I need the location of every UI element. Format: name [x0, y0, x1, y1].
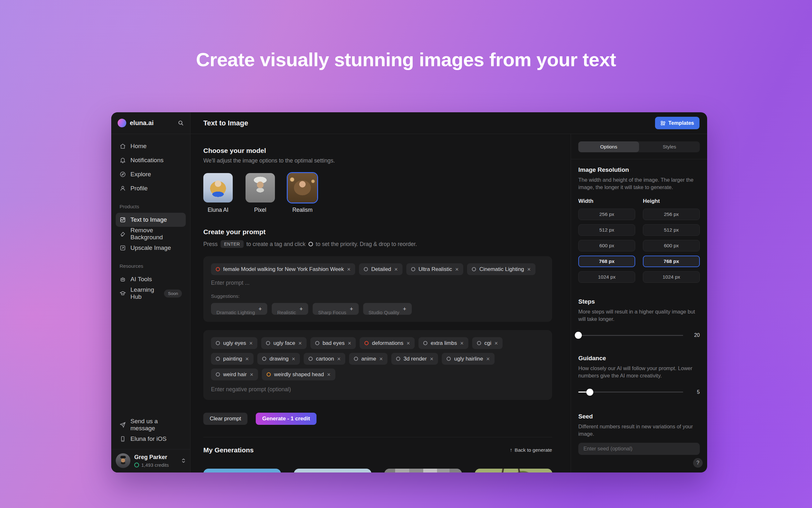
priority-ring-icon[interactable]	[315, 341, 319, 345]
sidebar-item-text-to-image[interactable]: Text to Image	[116, 213, 186, 227]
clear-prompt-button[interactable]: Clear prompt	[203, 413, 247, 425]
model-card-pixel[interactable]: Pixel	[245, 173, 275, 213]
prompt-input[interactable]: Enter prompt ...	[211, 280, 250, 286]
resolution-option[interactable]: 1024 px	[643, 271, 700, 283]
priority-ring-icon[interactable]	[308, 357, 313, 361]
sidebar-item-eluna-ios[interactable]: Eluna for iOS	[116, 432, 186, 446]
priority-ring-icon[interactable]	[262, 357, 266, 361]
suggestion-chip[interactable]: Studio Quality	[363, 303, 412, 315]
remove-tag-icon[interactable]	[348, 340, 351, 346]
resolution-option[interactable]: 256 px	[578, 209, 635, 220]
steps-slider[interactable]	[578, 335, 683, 336]
user-menu[interactable]: Greg Parker 1,493 credits	[116, 453, 186, 468]
back-to-generate-link[interactable]: ↑ Back to generate	[510, 447, 552, 453]
remove-tag-icon[interactable]	[327, 372, 331, 378]
prompt-box[interactable]: female Model walking for New York Fashio…	[203, 256, 552, 322]
prompt-tag[interactable]: ugly eyes	[211, 337, 257, 349]
generation-thumb-pizza[interactable]	[294, 469, 372, 472]
remove-tag-icon[interactable]	[249, 340, 253, 346]
sidebar-item-explore[interactable]: Explore	[116, 167, 186, 181]
seed-input[interactable]	[578, 443, 700, 455]
prompt-tag[interactable]: weird hair	[211, 369, 258, 380]
remove-tag-icon[interactable]	[486, 356, 490, 362]
priority-ring-icon[interactable]	[216, 341, 220, 345]
remove-tag-icon[interactable]	[379, 356, 383, 362]
priority-ring-icon[interactable]	[266, 341, 270, 345]
model-card-eluna-ai[interactable]: Eluna AI	[203, 173, 233, 213]
prompt-tag[interactable]: 3d render	[391, 353, 438, 365]
prompt-tag[interactable]: anime	[349, 353, 387, 365]
priority-ring-icon[interactable]	[216, 357, 220, 361]
priority-ring-icon[interactable]	[364, 267, 368, 271]
remove-tag-icon[interactable]	[337, 356, 341, 362]
templates-button[interactable]: Templates	[655, 117, 700, 129]
priority-ring-icon[interactable]	[411, 267, 415, 271]
suggestion-chip[interactable]: Dramatic Lighting	[211, 303, 267, 315]
remove-tag-icon[interactable]	[292, 356, 295, 362]
remove-tag-icon[interactable]	[298, 340, 302, 346]
remove-tag-icon[interactable]	[394, 266, 398, 272]
brand[interactable]: eluna.ai	[117, 119, 153, 127]
sidebar-item-notifications[interactable]: Notifications	[116, 153, 186, 167]
prompt-tag[interactable]: Detailed	[359, 263, 402, 275]
resolution-option[interactable]: 768 px	[643, 256, 700, 267]
priority-ring-icon[interactable]	[267, 372, 271, 377]
negative-prompt-box[interactable]: ugly eyes ugly face bad eyes deformation…	[203, 330, 552, 400]
remove-tag-icon[interactable]	[494, 340, 498, 346]
prompt-tag[interactable]: Ultra Realistic	[406, 263, 463, 275]
resolution-option[interactable]: 512 px	[578, 224, 635, 236]
sidebar-item-ai-tools[interactable]: AI Tools	[116, 272, 186, 286]
remove-tag-icon[interactable]	[347, 266, 351, 272]
priority-ring-icon[interactable]	[354, 357, 358, 361]
remove-tag-icon[interactable]	[455, 266, 459, 272]
sidebar-item-learning-hub[interactable]: Learning Hub Soon	[116, 286, 186, 300]
remove-tag-icon[interactable]	[430, 356, 433, 362]
resolution-option[interactable]: 600 px	[643, 240, 700, 251]
priority-ring-icon[interactable]	[396, 357, 400, 361]
generation-thumb-lemons-plate[interactable]	[203, 469, 281, 472]
panel-tab[interactable]: Options	[578, 141, 639, 152]
generation-thumb-bw-street-portrait[interactable]	[384, 469, 462, 472]
remove-tag-icon[interactable]	[460, 340, 464, 346]
priority-ring-icon[interactable]	[216, 372, 220, 377]
resolution-option[interactable]: 768 px	[578, 256, 635, 267]
suggestion-chip[interactable]: Sharp Focus	[313, 303, 359, 315]
resolution-option[interactable]: 512 px	[643, 224, 700, 236]
sidebar-item-remove-background[interactable]: Remove Background	[116, 227, 186, 241]
priority-ring-icon[interactable]	[423, 341, 427, 345]
prompt-tag[interactable]: Cinematic Lighting	[467, 263, 535, 275]
sidebar-item-profile[interactable]: Profile	[116, 181, 186, 196]
resolution-option[interactable]: 1024 px	[578, 271, 635, 283]
priority-ring-icon[interactable]	[477, 341, 481, 345]
remove-tag-icon[interactable]	[407, 340, 410, 346]
prompt-tag[interactable]: drawing	[257, 353, 300, 365]
sidebar-item-upscale-image[interactable]: Upscale Image	[116, 241, 186, 255]
help-button[interactable]: ?	[693, 458, 703, 468]
prompt-tag[interactable]: extra limbs	[419, 337, 468, 349]
steps-slider-thumb[interactable]	[575, 332, 582, 339]
prompt-tag[interactable]: weirdly shaped head	[262, 369, 335, 380]
remove-tag-icon[interactable]	[527, 266, 531, 272]
priority-ring-icon[interactable]	[472, 267, 476, 271]
prompt-tag[interactable]: deformations	[360, 337, 415, 349]
resolution-option[interactable]: 256 px	[643, 209, 700, 220]
remove-tag-icon[interactable]	[250, 372, 253, 378]
generate-button[interactable]: Generate - 1 credit	[256, 413, 316, 425]
guidance-slider-thumb[interactable]	[586, 389, 593, 396]
prompt-tag[interactable]: female Model walking for New York Fashio…	[211, 263, 355, 275]
prompt-tag[interactable]: ugly hairline	[442, 353, 494, 365]
generation-thumb-trees-painting[interactable]	[475, 469, 553, 472]
negative-prompt-input[interactable]: Enter negative prompt (optional)	[211, 386, 544, 393]
prompt-tag[interactable]: cartoon	[304, 353, 345, 365]
prompt-tag[interactable]: painting	[211, 353, 253, 365]
sidebar-item-send-message[interactable]: Send us a message	[116, 418, 186, 432]
model-card-realism[interactable]: Realism	[288, 173, 317, 213]
prompt-tag[interactable]: cgi	[472, 337, 503, 349]
priority-ring-icon[interactable]	[446, 357, 451, 361]
guidance-slider[interactable]	[578, 391, 683, 392]
priority-ring-icon[interactable]	[216, 267, 220, 271]
search-icon[interactable]	[178, 120, 184, 126]
remove-tag-icon[interactable]	[245, 356, 249, 362]
resolution-option[interactable]: 600 px	[578, 240, 635, 251]
sidebar-item-home[interactable]: Home	[116, 139, 186, 153]
